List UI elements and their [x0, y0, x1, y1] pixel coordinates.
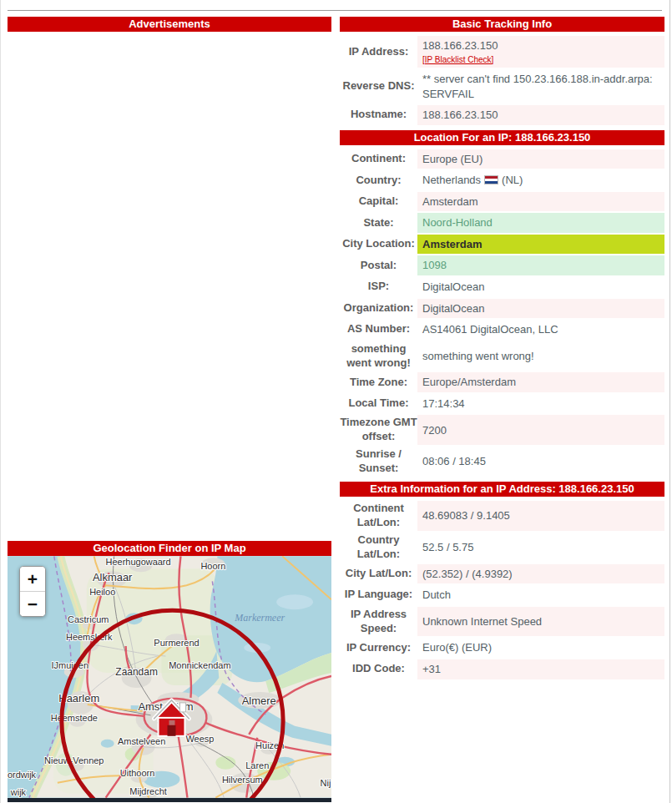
- tracking-info-column: Basic Tracking InfoIP Address:188.166.23…: [340, 17, 664, 802]
- value-text: AS14061 DigitalOcean, LLC: [422, 322, 659, 337]
- map-city-label: Mijdrecht: [129, 786, 167, 796]
- row-label: State:: [340, 213, 417, 233]
- row-label: Continent Lat/Lon:: [340, 501, 417, 531]
- geolocation-map-header: Geolocation Finder on IP Map: [8, 541, 331, 556]
- value-text: 1098: [422, 258, 659, 273]
- info-row: Organization:DigitalOcean: [340, 299, 664, 319]
- row-label: Capital:: [340, 192, 417, 212]
- row-value: something went wrong!: [417, 341, 664, 371]
- map-city-label: Purmerend: [154, 638, 199, 648]
- value-text: (52.352) / (4.9392): [422, 567, 659, 582]
- row-value: ** server can't find 150.23.166.188.in-a…: [417, 69, 664, 104]
- info-row: something went wrong!something went wron…: [340, 341, 664, 371]
- row-value: Noord-Holland: [417, 213, 664, 233]
- value-text: something went wrong!: [422, 349, 659, 364]
- info-row: IDD Code:+31: [340, 659, 664, 679]
- value-text: Amsterdam: [422, 237, 659, 252]
- map-city-label: Hilversum: [222, 775, 263, 785]
- value-text: DigitalOcean: [422, 280, 659, 295]
- info-row: AS Number:AS14061 DigitalOcean, LLC: [340, 320, 664, 340]
- row-label: Time Zone:: [340, 372, 417, 392]
- row-value: Euro(€) (EUR): [417, 638, 664, 658]
- map-water-label: Markermeer: [234, 612, 285, 624]
- info-row: Timezone GMT offset:7200: [340, 415, 664, 445]
- row-value: (52.352) / (4.9392): [417, 564, 664, 584]
- row-label: Country Lat/Lon:: [340, 533, 417, 563]
- value-text: ** server can't find 150.23.166.188.in-a…: [422, 72, 659, 101]
- value-text: Noord-Holland: [422, 215, 659, 230]
- info-row: Country Lat/Lon:52.5 / 5.75: [340, 533, 664, 563]
- row-value: Europe (EU): [417, 149, 664, 169]
- section-header: Location For an IP: 188.166.23.150: [340, 130, 664, 145]
- netherlands-flag-icon: [484, 175, 498, 184]
- map-city-label: Weesp: [185, 734, 214, 744]
- row-label: Local Time:: [340, 394, 417, 414]
- value-text: Amsterdam: [422, 194, 659, 210]
- value-text: Euro(€) (EUR): [422, 640, 659, 655]
- info-row: City Location:Amsterdam: [340, 235, 664, 255]
- section-header: Basic Tracking Info: [340, 17, 664, 32]
- ip-geolocation-map[interactable]: HeerhugowaardHoornAlkmaarHeilooCastricum…: [8, 556, 331, 798]
- value-text: 48.69083 / 9.1405: [422, 508, 659, 523]
- value-text: +31: [422, 662, 659, 677]
- row-label: Sunrise / Sunset:: [340, 447, 417, 477]
- row-label: Reverse DNS:: [340, 69, 417, 104]
- info-row: State:Noord-Holland: [340, 213, 664, 233]
- map-city-label: Almere: [242, 694, 276, 707]
- advertisement-space: [8, 32, 331, 541]
- country-name: Netherlands: [422, 174, 481, 186]
- info-row: ISP:DigitalOcean: [340, 277, 664, 297]
- ip-blacklist-check-link[interactable]: [IP Blacklist Check]: [422, 54, 493, 66]
- row-value: 188.166.23.150: [417, 105, 664, 125]
- row-value: Amsterdam: [417, 192, 664, 212]
- value-text: Europe/Amsterdam: [422, 375, 659, 390]
- value-text: Unknown Internet Speed: [422, 614, 659, 629]
- row-value: Europe/Amsterdam: [417, 372, 664, 392]
- row-value: DigitalOcean: [417, 277, 664, 297]
- info-row: Reverse DNS:** server can't find 150.23.…: [340, 69, 664, 104]
- left-column: Advertisements Geolocation Finder on IP …: [8, 17, 331, 802]
- page: Advertisements Geolocation Finder on IP …: [0, 0, 670, 803]
- map-city-label: Nij: [321, 778, 331, 788]
- value-text: 188.166.23.150: [422, 108, 659, 123]
- columns: Advertisements Geolocation Finder on IP …: [8, 17, 664, 802]
- map-city-label: IJmuiden: [52, 660, 89, 670]
- row-value: DigitalOcean: [417, 299, 664, 319]
- row-label: Organization:: [340, 299, 417, 319]
- zoom-out-button[interactable]: −: [20, 592, 45, 616]
- row-label: IP Address Speed:: [340, 607, 417, 637]
- value-text: 08:06 / 18:45: [422, 454, 659, 469]
- map-city-label: Amstelveen: [118, 736, 165, 746]
- value-text: 52.5 / 5.75: [422, 540, 659, 555]
- row-value: Unknown Internet Speed: [417, 607, 664, 637]
- row-value: 7200: [417, 415, 664, 445]
- map-city-label: Zaandam: [115, 666, 158, 678]
- map-city-label: Heemstede: [51, 713, 98, 723]
- map-bottom-strip: [8, 798, 331, 802]
- section-header: Extra Information for an IP Address: 188…: [340, 482, 664, 497]
- row-value: Amsterdam: [417, 235, 664, 255]
- info-row: Sunrise / Sunset:08:06 / 18:45: [340, 447, 664, 477]
- value-text: 17:14:34: [422, 396, 659, 412]
- zoom-in-button[interactable]: +: [20, 567, 45, 592]
- map-city-label: Alkmaar: [93, 571, 133, 583]
- info-row: Country:Netherlands(NL): [340, 170, 664, 190]
- value-text: 188.166.23.150: [422, 38, 659, 53]
- value-text: Dutch: [422, 588, 659, 603]
- value-text: Europe (EU): [422, 152, 659, 167]
- value-text: 7200: [422, 423, 659, 438]
- country-code: (NL): [502, 174, 523, 186]
- row-label: Postal:: [340, 255, 417, 275]
- row-label: ISP:: [340, 277, 417, 297]
- row-value: 08:06 / 18:45: [417, 447, 664, 477]
- map-city-label: Heiloo: [89, 587, 115, 597]
- row-label: Hostname:: [340, 105, 417, 125]
- info-row: Postal:1098: [340, 255, 664, 275]
- row-label: City Lat/Lon:: [340, 564, 417, 584]
- row-value: 188.166.23.150[IP Blacklist Check]: [417, 36, 664, 68]
- info-row: Time Zone:Europe/Amsterdam: [340, 372, 664, 392]
- map-city-label: Nieuw-Vennep: [44, 755, 104, 765]
- row-value: Dutch: [417, 585, 664, 605]
- row-label: IDD Code:: [340, 659, 417, 679]
- info-row: IP Currency:Euro(€) (EUR): [340, 638, 664, 658]
